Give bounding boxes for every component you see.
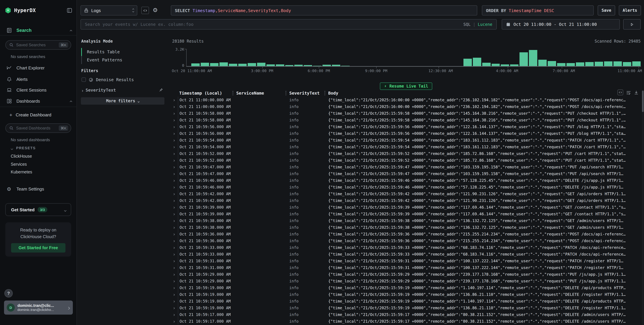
row-expand-chevron[interactable] <box>171 117 178 123</box>
run-query-button[interactable] <box>623 19 641 29</box>
settings-gear-icon[interactable]: ⚙ <box>151 6 159 14</box>
log-row[interactable]: Oct 21 11:00:00.000 AMinfo{"time_local":… <box>171 103 641 110</box>
histogram-bar[interactable] <box>257 63 265 66</box>
log-row[interactable]: Oct 21 10:59:36.000 AMinfo{"time_local":… <box>171 238 641 244</box>
sidebar-item-team-settings[interactable]: ⚙ Team Settings <box>0 185 77 193</box>
row-expand-chevron[interactable] <box>171 150 178 157</box>
log-row[interactable]: Oct 21 10:59:47.000 AMinfo{"time_local":… <box>171 170 641 177</box>
log-row[interactable]: Oct 21 10:59:31.000 AMinfo{"time_local":… <box>171 264 641 271</box>
histogram-bar[interactable] <box>557 63 566 66</box>
help-button[interactable]: ? <box>4 289 13 298</box>
log-row[interactable]: Oct 21 10:59:19.000 AMinfo{"time_local":… <box>171 298 641 305</box>
histogram-bar[interactable] <box>576 62 584 66</box>
mode-event-patterns[interactable]: Event Patterns <box>81 56 164 64</box>
select-columns-input[interactable]: SELECT Timestamp,ServiceName,SeverityTex… <box>171 5 477 15</box>
get-started-free-button[interactable]: Get Started for Free <box>11 243 66 253</box>
histogram-bar[interactable] <box>538 59 547 66</box>
log-row[interactable]: Oct 21 10:59:56.000 AMinfo{"time_local":… <box>171 130 641 137</box>
download-icon[interactable] <box>634 90 639 95</box>
row-expand-chevron[interactable] <box>171 291 178 298</box>
row-expand-chevron[interactable] <box>171 211 178 217</box>
row-expand-chevron[interactable] <box>171 197 178 204</box>
log-row[interactable]: Oct 21 10:59:29.000 AMinfo{"time_local":… <box>171 278 641 285</box>
denoise-checkbox[interactable] <box>82 77 86 82</box>
log-row[interactable]: Oct 21 10:59:58.000 AMinfo{"time_local":… <box>171 110 641 117</box>
histogram-bar[interactable] <box>595 61 603 66</box>
row-expand-chevron[interactable] <box>171 157 178 164</box>
log-row[interactable]: Oct 21 10:59:33.000 AMinfo{"time_local":… <box>171 244 641 251</box>
log-row[interactable]: Oct 21 10:59:17.000 AMinfo{"time_local":… <box>171 311 641 318</box>
pin-icon[interactable] <box>159 88 163 92</box>
histogram-bar[interactable] <box>585 62 594 66</box>
presets-toggle[interactable]: PRESETS <box>0 145 77 151</box>
scrollbar-thumb[interactable] <box>642 91 644 112</box>
saved-dashboards-field[interactable] <box>16 126 59 130</box>
histogram-bar[interactable] <box>623 62 631 66</box>
source-select[interactable]: Logs <box>80 5 137 15</box>
log-row[interactable]: Oct 21 10:59:33.000 AMinfo{"time_local":… <box>171 251 641 258</box>
histogram-bar[interactable] <box>473 58 481 66</box>
log-row[interactable]: Oct 21 10:59:47.000 AMinfo{"time_local":… <box>171 164 641 170</box>
resume-live-tail-button[interactable]: Resume Live Tail <box>380 82 432 90</box>
save-button[interactable]: Save <box>598 5 615 15</box>
log-row[interactable]: Oct 21 10:59:54.000 AMinfo{"time_local":… <box>171 137 641 144</box>
row-expand-chevron[interactable] <box>171 251 178 258</box>
row-expand-chevron[interactable] <box>171 224 178 231</box>
column-header-severitytext[interactable]: SeverityText <box>286 90 324 97</box>
histogram-bar[interactable] <box>210 63 218 66</box>
column-header-servicename[interactable]: ServiceName <box>232 90 286 97</box>
row-expand-chevron[interactable] <box>171 177 178 184</box>
histogram-bar[interactable] <box>463 59 472 66</box>
log-row[interactable]: Oct 21 10:59:54.000 AMinfo{"time_local":… <box>171 144 641 150</box>
log-row[interactable]: Oct 21 10:59:42.000 AMinfo{"time_local":… <box>171 197 641 204</box>
row-expand-chevron[interactable] <box>171 311 178 318</box>
sidebar-item-client-sessions[interactable]: Client Sessions <box>0 86 77 94</box>
row-expand-chevron[interactable] <box>171 258 178 264</box>
row-expand-chevron[interactable] <box>171 97 178 103</box>
row-expand-chevron[interactable] <box>171 184 178 191</box>
row-expand-chevron[interactable] <box>171 110 178 117</box>
user-profile-button[interactable]: D dominic.tran@clic... dominic.tran@clic… <box>4 301 73 315</box>
row-expand-chevron[interactable] <box>171 231 178 238</box>
sidebar-item-dashboards[interactable]: Dashboards <box>0 97 77 105</box>
log-row[interactable]: Oct 21 10:59:39.000 AMinfo{"time_local":… <box>171 211 641 217</box>
row-expand-chevron[interactable] <box>171 278 178 285</box>
row-expand-chevron[interactable] <box>171 164 178 170</box>
sidebar-item-alerts[interactable]: Alerts <box>0 75 77 83</box>
log-row[interactable]: Oct 21 10:59:19.000 AMinfo{"time_local":… <box>171 285 641 291</box>
log-row[interactable]: Oct 21 10:59:19.000 AMinfo{"time_local":… <box>171 291 641 298</box>
saved-searches-field[interactable] <box>16 43 59 47</box>
mode-lucene[interactable]: Lucene <box>478 22 492 27</box>
time-range-picker[interactable]: Oct 20 11:00:00 - Oct 21 11:00:00 <box>502 19 620 29</box>
log-row[interactable]: Oct 21 10:59:31.000 AMinfo{"time_local":… <box>171 258 641 264</box>
log-row[interactable]: Oct 21 10:59:17.000 AMinfo{"time_local":… <box>171 318 641 325</box>
row-expand-chevron[interactable] <box>171 264 178 271</box>
log-row[interactable]: Oct 21 10:59:56.000 AMinfo{"time_local":… <box>171 123 641 130</box>
row-expand-chevron[interactable] <box>171 238 178 244</box>
alerts-button[interactable]: Alerts <box>619 5 641 15</box>
log-row[interactable]: Oct 21 10:59:46.000 AMinfo{"time_local":… <box>171 177 641 184</box>
preset-item-clickhouse[interactable]: ClickHouse <box>0 153 77 160</box>
log-row[interactable]: Oct 21 10:59:42.000 AMinfo{"time_local":… <box>171 191 641 197</box>
edit-sql-button[interactable] <box>141 7 149 14</box>
histogram-bar[interactable] <box>482 62 490 66</box>
text-wrap-icon[interactable] <box>626 90 631 95</box>
histogram-bar[interactable] <box>614 61 622 66</box>
log-row[interactable]: Oct 21 10:59:29.000 AMinfo{"time_local":… <box>171 271 641 278</box>
row-expand-chevron[interactable] <box>171 305 178 311</box>
mode-results-table[interactable]: Results Table <box>81 48 164 56</box>
row-expand-chevron[interactable] <box>171 271 178 278</box>
row-expand-chevron[interactable] <box>171 130 178 137</box>
event-search-input[interactable] <box>81 22 463 27</box>
row-expand-chevron[interactable] <box>171 123 178 130</box>
row-expand-chevron[interactable] <box>171 217 178 224</box>
sidebar-item-chart-explorer[interactable]: Chart Explorer <box>0 64 77 72</box>
column-header-body[interactable]: Body <box>324 90 641 97</box>
create-dashboard-button[interactable]: + Create Dashboard <box>0 111 77 119</box>
row-expand-chevron[interactable] <box>171 285 178 291</box>
column-header-timestamp[interactable]: Timestamp (Local) <box>178 90 232 97</box>
sidebar-collapse-icon[interactable] <box>67 8 72 13</box>
log-row[interactable]: Oct 21 10:59:19.000 AMinfo{"time_local":… <box>171 305 641 311</box>
row-expand-chevron[interactable] <box>171 318 178 325</box>
log-row[interactable]: Oct 21 10:59:58.000 AMinfo{"time_local":… <box>171 117 641 123</box>
